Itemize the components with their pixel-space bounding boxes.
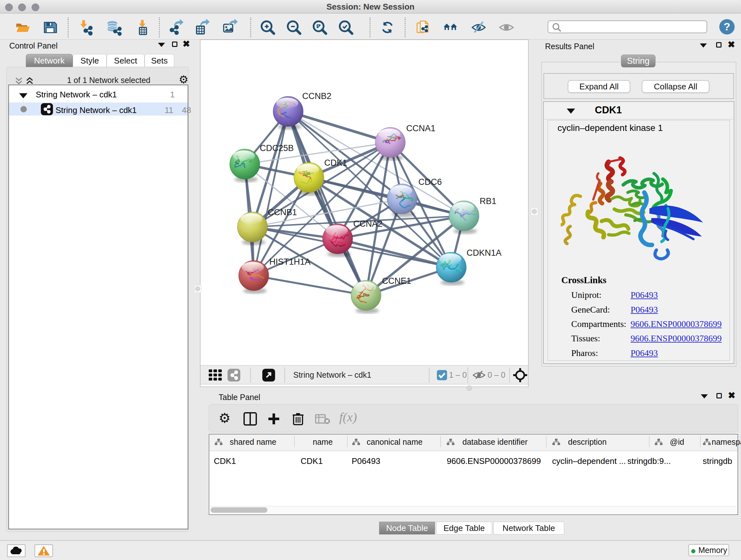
svg-text:CDKN1A: CDKN1A (467, 248, 502, 258)
svg-text:CCNB2: CCNB2 (302, 91, 332, 101)
svg-text:CDC25B: CDC25B (260, 143, 294, 153)
svg-text:CDK1: CDK1 (324, 158, 347, 168)
svg-text:CCNE1: CCNE1 (382, 276, 411, 286)
svg-text:CCNA1: CCNA1 (406, 124, 435, 133)
svg-text:CCNB1: CCNB1 (268, 207, 297, 217)
svg-text:CCNA2: CCNA2 (353, 219, 383, 229)
svg-text:CDC6: CDC6 (418, 177, 442, 187)
svg-text:HIST1H1A: HIST1H1A (269, 257, 311, 266)
svg-text:RB1: RB1 (480, 196, 496, 206)
